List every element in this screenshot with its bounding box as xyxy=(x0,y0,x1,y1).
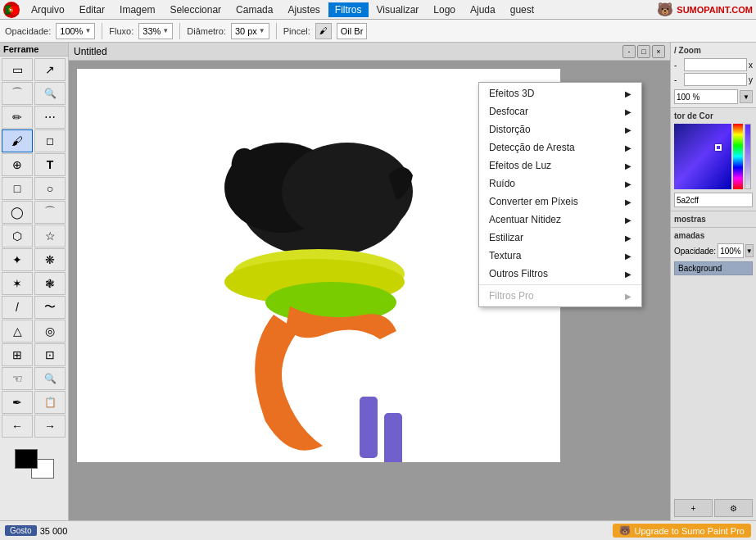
layer-item-background[interactable]: Background xyxy=(674,261,753,275)
brush-select[interactable]: Oil Br xyxy=(337,23,368,39)
brush-label: Pincel: xyxy=(283,26,310,36)
flow-select[interactable]: 33% ▼ xyxy=(138,23,173,39)
menu-item-deteccao[interactable]: Detecção de Aresta ▶ xyxy=(479,138,641,157)
alpha-bar[interactable] xyxy=(745,124,751,189)
menu-guest[interactable]: guest xyxy=(504,2,541,17)
facebook-like: Gosto 35 000 xyxy=(5,525,67,536)
layer-opacity-row: Opacidade: 100% ▼ xyxy=(674,243,753,258)
flow-arrow-icon: ▼ xyxy=(162,27,169,34)
opacity-value: 100% xyxy=(60,26,83,36)
menu-filtros[interactable]: Filtros xyxy=(328,2,369,17)
hex-input[interactable]: 5a2cff xyxy=(674,193,753,207)
color-panel-title: tor de Cor xyxy=(674,111,753,120)
right-panel: / Zoom - x - y 100 % ▼ tor de Cor xyxy=(670,43,756,520)
marquee-rect-tool[interactable]: ▭ xyxy=(2,58,33,81)
layer-opacity-label: Opacidade: xyxy=(674,247,716,256)
menu-imagem[interactable]: Imagem xyxy=(113,2,161,17)
custom-shape-tool[interactable]: ✦ xyxy=(2,248,33,271)
divider-1 xyxy=(102,23,102,39)
color-hex-row: 5a2cff xyxy=(674,193,753,207)
stamp-tool[interactable]: ⊕ xyxy=(2,153,33,176)
hue-bar[interactable] xyxy=(733,124,743,189)
burst-tool[interactable]: ❃ xyxy=(34,272,66,295)
eyedropper-tool[interactable]: ✒ xyxy=(2,391,33,414)
menu-item-textura[interactable]: Textura ▶ xyxy=(479,247,641,265)
diameter-select[interactable]: 30 px ▼ xyxy=(231,23,269,39)
menu-item-ruido[interactable]: Ruído ▶ xyxy=(479,175,641,193)
upgrade-button[interactable]: 🐻 Upgrade to Sumo Paint Pro xyxy=(613,524,751,538)
logo-flag: 🇵🇹 xyxy=(5,3,19,16)
menu-logo[interactable]: Logo xyxy=(427,2,462,17)
flower-tool[interactable]: ❋ xyxy=(34,248,66,271)
sumo-icon: 🐻 xyxy=(619,525,631,536)
brush-preview: 🖌 xyxy=(315,23,332,39)
menu-item-desfocar[interactable]: Desfocar ▶ xyxy=(479,102,641,120)
menu-camada[interactable]: Camada xyxy=(229,2,279,17)
blur-tool[interactable]: ◎ xyxy=(34,320,66,343)
layer-opacity-input[interactable]: 100% xyxy=(718,243,744,258)
move-tool[interactable]: ↗ xyxy=(34,58,66,81)
add-layer-button[interactable]: + xyxy=(674,499,713,517)
zoom2-tool[interactable]: 🔍 xyxy=(34,367,66,390)
curve-tool[interactable]: ⌒ xyxy=(34,201,66,224)
line-tool[interactable]: ⋯ xyxy=(34,106,66,129)
undo-tool[interactable]: ← xyxy=(2,415,33,438)
crop-tool[interactable]: ⊞ xyxy=(2,343,33,366)
optionsbar: Opacidade: 100% ▼ Fluxo: 33% ▼ Diâmetro:… xyxy=(0,20,756,43)
polygon-tool[interactable]: ⬡ xyxy=(2,225,33,247)
close-button[interactable]: × xyxy=(652,45,665,58)
menu-item-converter[interactable]: Converter em Píxeis ▶ xyxy=(479,193,641,211)
menu-visualizar[interactable]: Visualizar xyxy=(370,2,426,17)
smudge-tool[interactable]: 〜 xyxy=(34,296,66,319)
menu-seleccionar[interactable]: Seleccionar xyxy=(163,2,228,17)
y-input[interactable] xyxy=(684,73,747,86)
rect-shape-tool[interactable]: □ xyxy=(2,177,33,200)
dodge-tool[interactable]: △ xyxy=(2,320,33,343)
maximize-button[interactable]: □ xyxy=(637,45,650,58)
history-tool[interactable]: 📋 xyxy=(34,391,66,414)
samples-panel: mostras xyxy=(671,211,756,228)
x-coord-row: - x xyxy=(674,58,753,71)
menu-ajuda[interactable]: Ajuda xyxy=(464,2,502,17)
menu-ajustes[interactable]: Ajustes xyxy=(281,2,326,17)
minimize-button[interactable]: - xyxy=(622,45,636,58)
menu-editar[interactable]: Editar xyxy=(73,2,111,17)
x-input[interactable] xyxy=(684,58,747,71)
opacity-select[interactable]: 100% ▼ xyxy=(56,23,95,39)
star2-tool[interactable]: ✶ xyxy=(2,272,33,295)
layer-opacity-dropdown[interactable]: ▼ xyxy=(745,244,754,257)
menu-item-efeitos3d[interactable]: Efeitos 3D ▶ xyxy=(479,84,641,102)
color-panel: tor de Cor 5a2cff xyxy=(671,108,756,211)
redo-tool[interactable]: → xyxy=(34,415,66,438)
menu-item-efeitos-luz[interactable]: Efeitos de Luz ▶ xyxy=(479,157,641,175)
zoom-tool[interactable]: 🔍 xyxy=(34,82,66,105)
arrow-icon: ▶ xyxy=(625,270,632,279)
slice-tool[interactable]: ⊡ xyxy=(34,343,66,366)
facebook-like-button[interactable]: Gosto xyxy=(5,525,37,536)
divider-3 xyxy=(276,23,277,39)
pencil-tool[interactable]: ✏ xyxy=(2,106,33,129)
y-coord-row: - y xyxy=(674,73,753,86)
zoom-input[interactable]: 100 % xyxy=(674,89,738,104)
line2-tool[interactable]: / xyxy=(2,296,33,319)
lasso-tool[interactable]: ⌒ xyxy=(2,82,33,105)
menu-arquivo[interactable]: Arquivo xyxy=(25,2,71,17)
eraser-tool[interactable]: ◻ xyxy=(34,129,66,152)
brush-tool[interactable]: 🖌 xyxy=(2,129,33,152)
menu-item-acentuar[interactable]: Acentuar Nitidez ▶ xyxy=(479,211,641,229)
ellipse-shape-tool[interactable]: ○ xyxy=(34,177,66,200)
menu-item-outros[interactable]: Outros Filtros ▶ xyxy=(479,265,641,283)
fg-color-swatch[interactable] xyxy=(15,449,38,469)
menu-item-distorcao[interactable]: Distorção ▶ xyxy=(479,120,641,138)
menu-item-estilizar[interactable]: Estilizar ▶ xyxy=(479,229,641,247)
layer-settings-button[interactable]: ⚙ xyxy=(714,499,753,517)
menu-item-filtros-pro: Filtros Pro ▶ xyxy=(479,287,641,305)
hand-tool[interactable]: ☜ xyxy=(2,367,33,390)
layer-actions: + ⚙ xyxy=(674,496,753,517)
zoom-dropdown[interactable]: ▼ xyxy=(740,90,753,103)
star-tool[interactable]: ☆ xyxy=(34,225,66,247)
color-gradient[interactable] xyxy=(674,124,731,189)
ellipse-select-tool[interactable]: ◯ xyxy=(2,201,33,224)
text-tool[interactable]: T xyxy=(34,153,66,176)
color-picker[interactable] xyxy=(674,124,751,189)
